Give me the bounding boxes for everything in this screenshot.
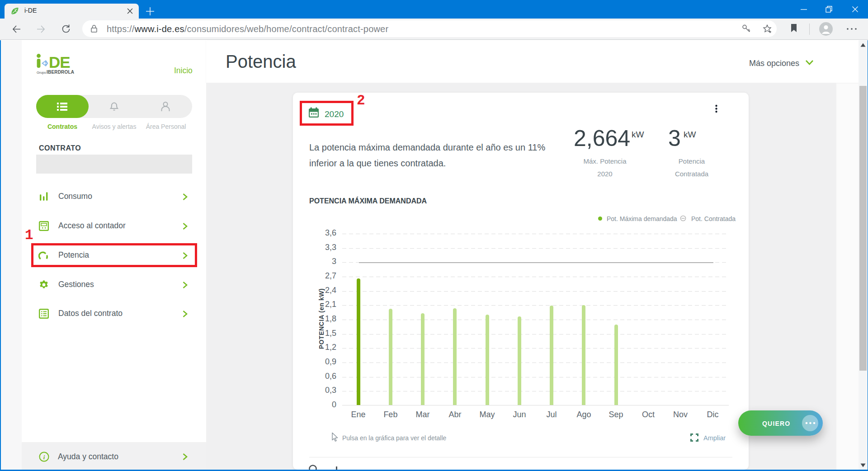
svg-text:IBERDROLA: IBERDROLA [47,70,74,75]
svg-text:i: i [43,454,45,461]
svg-text:DE: DE [49,53,70,71]
svg-text:Grupo: Grupo [37,71,46,75]
